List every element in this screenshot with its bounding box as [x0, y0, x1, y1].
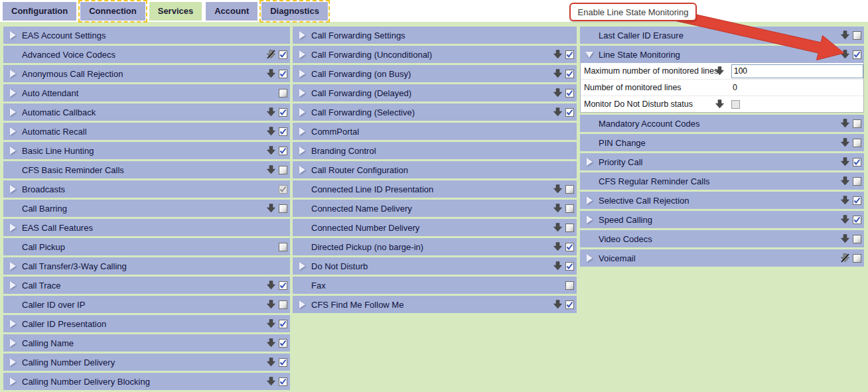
service-checkbox-connected-number-delivery[interactable] [565, 224, 574, 232]
service-row-caller-id-presentation[interactable]: Caller ID Presentation [3, 315, 290, 332]
expander-slot[interactable] [3, 185, 22, 193]
expand-triangle-icon[interactable] [299, 70, 305, 78]
service-row-automatic-recall[interactable]: Automatic Recall [3, 123, 290, 140]
inherit-down-arrow-icon[interactable] [553, 88, 562, 98]
expand-triangle-icon[interactable] [10, 281, 16, 289]
service-checkbox-calling-number-delivery[interactable] [279, 358, 287, 367]
service-checkbox-do-not-disturb[interactable] [565, 262, 574, 271]
service-checkbox-calling-name[interactable] [279, 339, 287, 348]
expand-triangle-icon[interactable] [10, 31, 16, 39]
expander-slot[interactable] [3, 70, 22, 78]
expand-triangle-icon[interactable] [10, 147, 16, 155]
tab-configuration[interactable]: Configuration [3, 2, 76, 21]
service-row-priority-call[interactable]: Priority Call [580, 153, 864, 170]
inherit-down-arrow-icon[interactable] [267, 165, 275, 174]
inherit-down-arrow-icon[interactable] [553, 184, 562, 194]
expand-triangle-icon[interactable] [10, 89, 16, 97]
service-checkbox-calling-number-delivery-blocking[interactable] [279, 377, 287, 386]
service-checkbox-basic-line-hunting[interactable] [279, 147, 287, 155]
inherit-down-arrow-icon[interactable] [267, 204, 275, 213]
service-row-branding-control[interactable]: Branding Control [293, 142, 577, 159]
service-checkbox-priority-call[interactable] [853, 158, 861, 166]
inherit-down-arrow-icon[interactable] [841, 234, 849, 243]
expand-triangle-icon[interactable] [299, 127, 305, 135]
collapse-triangle-icon[interactable] [585, 52, 593, 58]
service-checkbox-automatic-recall[interactable] [279, 127, 287, 136]
inherit-down-arrow-icon[interactable] [841, 157, 849, 166]
inherit-down-arrow-icon[interactable] [841, 31, 849, 40]
expander-slot[interactable] [3, 358, 22, 366]
expand-triangle-icon[interactable] [10, 377, 16, 385]
expander-slot[interactable] [580, 254, 599, 262]
inherit-down-arrow-icon[interactable] [553, 300, 562, 309]
expand-triangle-icon[interactable] [10, 108, 16, 116]
expander-slot[interactable] [293, 108, 311, 116]
inherit-down-arrow-icon[interactable] [267, 281, 275, 290]
expander-slot[interactable] [293, 50, 311, 58]
inherit-down-arrow-icon[interactable] [841, 196, 849, 205]
service-checkbox-call-barring[interactable] [279, 204, 287, 213]
service-row-calling-name[interactable]: Calling Name [3, 334, 290, 352]
inherit-down-arrow-icon[interactable] [267, 319, 275, 328]
service-row-call-forwarding-selective[interactable]: Call Forwarding (Selective) [293, 103, 577, 121]
service-row-do-not-disturb[interactable]: Do Not Disturb [293, 257, 577, 275]
service-checkbox-call-forwarding-on-busy[interactable] [565, 70, 574, 78]
service-checkbox-cfs-regular-reminder-calls[interactable] [853, 177, 861, 186]
service-row-call-forwarding-delayed[interactable]: Call Forwarding (Delayed) [293, 84, 577, 101]
expand-triangle-icon[interactable] [299, 300, 305, 308]
inherit-down-arrow-icon[interactable] [841, 138, 849, 147]
expander-slot[interactable] [293, 70, 311, 78]
service-row-eas-call-features[interactable]: EAS Call Features [3, 219, 290, 236]
expander-slot[interactable] [3, 31, 22, 39]
expander-slot[interactable] [293, 262, 311, 270]
expand-triangle-icon[interactable] [587, 216, 593, 224]
service-checkbox-caller-id-presentation[interactable] [279, 320, 287, 328]
service-checkbox-anonymous-call-rejection[interactable] [279, 70, 287, 78]
expander-slot[interactable] [3, 127, 22, 135]
inherit-down-arrow-icon[interactable] [553, 69, 562, 78]
expander-slot[interactable] [3, 224, 22, 231]
expand-triangle-icon[interactable] [10, 224, 16, 231]
service-row-call-barring[interactable]: Call Barring [3, 200, 290, 217]
tab-connection[interactable]: Connection [80, 2, 145, 21]
service-checkbox-fax[interactable] [565, 281, 574, 290]
inherit-blocked-arrow-icon[interactable] [841, 253, 849, 263]
service-row-line-state-monitoring[interactable]: Line State Monitoring [580, 46, 864, 63]
service-row-directed-pickup-no-barge-in[interactable]: Directed Pickup (no barge-in) [293, 238, 577, 255]
inherit-down-arrow-icon[interactable] [267, 107, 275, 117]
service-checkbox-line-state-monitoring[interactable] [853, 50, 861, 59]
tab-account[interactable]: Account [206, 2, 257, 21]
expand-triangle-icon[interactable] [299, 147, 305, 155]
expander-slot[interactable] [580, 196, 599, 204]
service-checkbox-mandatory-account-codes[interactable] [853, 119, 861, 128]
service-checkbox-cfs-find-me-follow-me[interactable] [565, 300, 574, 309]
inherit-down-arrow-icon[interactable] [267, 146, 275, 155]
expander-slot[interactable] [3, 339, 22, 347]
inherit-down-arrow-icon[interactable] [553, 204, 562, 213]
expand-triangle-icon[interactable] [10, 185, 16, 193]
service-row-video-codecs[interactable]: Video Codecs [580, 230, 864, 247]
expander-slot[interactable] [3, 262, 22, 270]
service-row-fax[interactable]: Fax [293, 277, 577, 294]
inherit-down-arrow-icon[interactable] [553, 261, 562, 271]
service-row-call-forwarding-on-busy[interactable]: Call Forwarding (on Busy) [293, 65, 577, 82]
service-row-mandatory-account-codes[interactable]: Mandatory Account Codes [580, 115, 864, 132]
service-checkbox-advanced-voice-codecs[interactable] [279, 50, 287, 59]
expander-slot[interactable] [293, 147, 311, 155]
service-checkbox-speed-calling[interactable] [853, 216, 861, 224]
expander-slot[interactable] [3, 320, 22, 328]
service-row-eas-account-settings[interactable]: EAS Account Settings [3, 27, 290, 44]
service-checkbox-caller-id-over-ip[interactable] [279, 300, 287, 309]
expander-slot[interactable] [580, 216, 599, 224]
service-row-automatic-callback[interactable]: Automatic Callback [3, 103, 290, 121]
service-checkbox-selective-call-rejection[interactable] [853, 196, 861, 205]
inherit-down-arrow-icon[interactable] [841, 215, 849, 224]
expander-slot[interactable] [580, 158, 599, 166]
service-checkbox-connected-name-delivery[interactable] [565, 204, 574, 213]
expander-slot[interactable] [293, 89, 311, 97]
service-row-cfs-find-me-follow-me[interactable]: CFS Find Me Follow Me [293, 296, 577, 313]
expander-slot[interactable] [3, 108, 22, 116]
service-row-calling-number-delivery-blocking[interactable]: Calling Number Delivery Blocking [3, 373, 290, 390]
service-row-anonymous-call-rejection[interactable]: Anonymous Call Rejection [3, 65, 290, 82]
service-checkbox-call-forwarding-unconditional[interactable] [565, 50, 574, 59]
